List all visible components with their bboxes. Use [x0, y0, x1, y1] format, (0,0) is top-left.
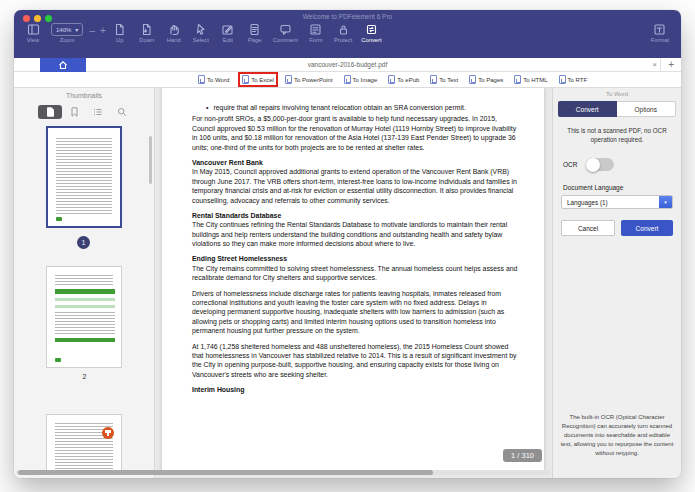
panel-header: To Word: [553, 88, 681, 97]
page-button[interactable]: Page: [246, 23, 264, 43]
page-number-badge: 1: [77, 236, 90, 249]
to-rtf-button[interactable]: To RTF: [557, 74, 590, 85]
document-tab[interactable]: vancouver-2016-budget.pdf: [14, 58, 681, 72]
ocr-label: OCR: [563, 161, 577, 168]
pdf-page-content: • require that all repairs involving ten…: [162, 88, 544, 395]
ocr-description: The built-in OCR (Optical Character Reco…: [559, 413, 675, 458]
scrollbar-thumb[interactable]: [18, 470, 433, 475]
horizontal-scrollbar[interactable]: [16, 470, 550, 475]
vancouver-logo-small: [56, 217, 62, 221]
toggle-knob: [586, 158, 600, 172]
page-up-label: Up: [116, 37, 123, 43]
thumbnails-sidebar: Thumbnails 1: [14, 88, 155, 478]
to-text-button[interactable]: To Text: [428, 74, 460, 85]
language-value: Languages (1): [562, 199, 659, 206]
to-image-label: To Image: [353, 77, 378, 83]
to-powerpoint-button[interactable]: To PowerPoint: [283, 74, 335, 85]
search-tab[interactable]: [110, 105, 134, 119]
view-button[interactable]: View: [24, 23, 42, 43]
minimize-window-button[interactable]: [34, 15, 41, 22]
format-label: Format: [651, 37, 669, 43]
app-window: Welcome to PDFelement 6 Pro View 140% ▾ …: [14, 10, 681, 478]
bookmarks-tab[interactable]: [62, 105, 86, 119]
page-indicator: 1 / 310: [503, 449, 542, 462]
outline-tab[interactable]: [86, 105, 110, 119]
thumbnail-page-icon: [46, 107, 55, 117]
to-epub-button[interactable]: To ePub: [386, 74, 421, 85]
language-select[interactable]: Languages (1) ▾: [561, 195, 673, 209]
to-html-label: To HTML: [523, 77, 547, 83]
edit-button[interactable]: Edit: [219, 23, 237, 43]
format-button[interactable]: Format: [651, 23, 669, 43]
section-heading: Ending Street Homelessness: [192, 254, 518, 263]
convert-format-bar: To Word To Excel To PowerPoint To Image …: [14, 72, 681, 88]
zoom-in-button[interactable]: +: [100, 24, 106, 37]
tab-options[interactable]: Options: [617, 101, 677, 117]
comment-button[interactable]: Comment: [273, 23, 298, 43]
bullet-item: • require that all repairs involving ten…: [192, 103, 518, 112]
section-heading: Interim Housing: [192, 385, 518, 394]
page-thumbnail-1[interactable]: [46, 126, 122, 228]
pdf-page: • require that all repairs involving ten…: [162, 88, 544, 472]
table-footer-green: [55, 338, 115, 342]
table-rows: [55, 312, 115, 334]
convert-button[interactable]: Convert: [361, 23, 381, 43]
tab-convert[interactable]: Convert: [558, 101, 617, 117]
hand-tool-button[interactable]: Hand: [165, 23, 183, 43]
thumbnails-tab[interactable]: [38, 105, 62, 119]
to-html-button[interactable]: To HTML: [512, 74, 549, 85]
paragraph: In May 2015, Council approved additional…: [192, 167, 518, 205]
to-rtf-label: To RTF: [568, 77, 588, 83]
ocr-status-message: This is not a scanned PDF, no OCR operat…: [561, 126, 673, 144]
paragraph: The City continues refining the Rental S…: [192, 220, 518, 248]
zoom-out-button[interactable]: –: [89, 24, 95, 37]
select-tool-button[interactable]: Select: [192, 23, 210, 43]
close-tab-icon[interactable]: ×: [652, 58, 657, 72]
hand-tool-label: Hand: [167, 37, 181, 43]
zoom-value: 140%: [56, 27, 71, 33]
chevron-down-icon: ▾: [75, 26, 78, 33]
convert-action-button[interactable]: Convert: [621, 220, 673, 236]
file-icon: [559, 75, 566, 84]
zoom-window-button[interactable]: [45, 15, 52, 22]
thumbnail-text-lines: [56, 138, 112, 216]
ocr-toggle[interactable]: [586, 158, 614, 171]
page-icon: [248, 23, 261, 36]
page-down-button[interactable]: Down: [138, 23, 156, 43]
zoom-label: Zoom: [60, 37, 75, 43]
format-icon: [653, 23, 666, 36]
bookmark-icon: [70, 107, 79, 117]
page-up-button[interactable]: Up: [111, 23, 129, 43]
to-excel-button[interactable]: To Excel: [238, 72, 278, 87]
page-up-icon: [113, 23, 126, 36]
page-thumbnail-2[interactable]: [46, 266, 122, 368]
sidebar-title: Thumbnails: [14, 92, 154, 99]
zoom-dropdown[interactable]: 140% ▾: [51, 23, 83, 36]
page-thumbnail-3[interactable]: [46, 414, 122, 474]
file-icon: [285, 75, 292, 84]
file-icon: [430, 75, 437, 84]
file-icon: [388, 75, 395, 84]
hand-icon: [167, 23, 180, 36]
to-word-button[interactable]: To Word: [196, 74, 231, 85]
close-window-button[interactable]: [23, 15, 30, 22]
new-tab-icon[interactable]: +: [660, 58, 674, 72]
lock-icon: [337, 23, 350, 36]
to-powerpoint-label: To PowerPoint: [294, 77, 333, 83]
vancouver-logo-small: [55, 358, 61, 362]
window-title: Welcome to PDFelement 6 Pro: [14, 10, 681, 20]
to-epub-label: To ePub: [397, 77, 419, 83]
search-icon: [117, 107, 127, 117]
form-button[interactable]: Form: [307, 23, 325, 43]
sidebar-scrollbar[interactable]: [149, 136, 152, 184]
cursor-arrow-icon: [194, 23, 207, 36]
file-icon: [242, 75, 249, 84]
cancel-button[interactable]: Cancel: [561, 220, 615, 236]
to-image-button[interactable]: To Image: [342, 74, 380, 85]
to-pages-button[interactable]: To Pages: [467, 74, 505, 85]
panel-tabs: Convert Options: [558, 101, 676, 117]
protect-button[interactable]: Protect: [334, 23, 352, 43]
paragraph: For non-profit SROs, a $5,000-per-door g…: [192, 114, 518, 152]
convert-panel: To Word Convert Options This is not a sc…: [552, 88, 681, 478]
thumbnail-text-lines: [55, 275, 113, 285]
